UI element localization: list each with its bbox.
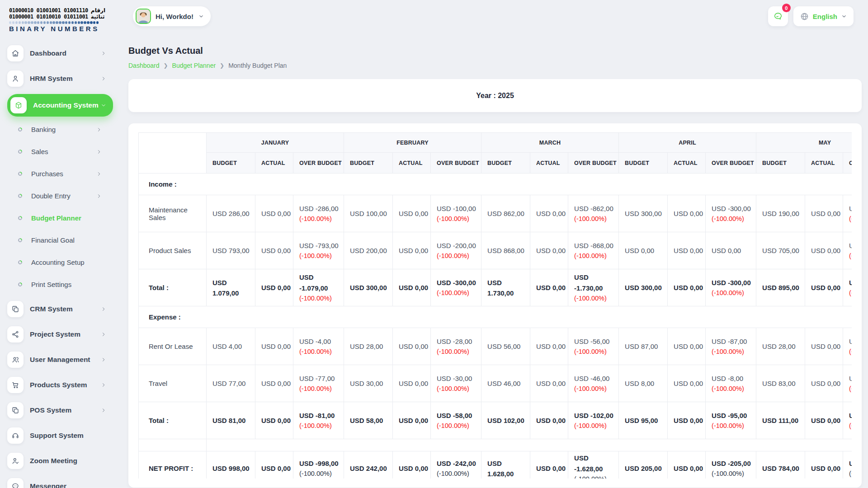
actual-cell: USD 0,00 xyxy=(530,269,568,306)
headset-icon xyxy=(7,427,24,444)
actual-cell: USD 0,00 xyxy=(668,402,706,439)
sub-header-february-actual: ACTUAL xyxy=(393,153,431,174)
cart-icon xyxy=(7,377,24,393)
brand-logo[interactable]: 01000010 01001001 01001110ارقام 01000001… xyxy=(9,7,113,33)
row-label: Maintenance Sales xyxy=(139,195,207,232)
sidebar-item-user-management[interactable]: User Management xyxy=(7,350,113,370)
budget-cell: USD 30,00 xyxy=(344,365,393,402)
sidebar-item-products-system[interactable]: Products System xyxy=(7,375,113,395)
sidebar-item-crm-system[interactable]: CRM System xyxy=(7,299,113,319)
budget-cell: USD 286,00 xyxy=(207,195,255,232)
sidebar-item-accounting-system[interactable]: Accounting System xyxy=(7,94,113,117)
chevron-right-icon xyxy=(100,50,107,56)
actual-cell: USD 0,00 xyxy=(668,451,706,479)
sidebar-item-label: Financial Goal xyxy=(31,236,113,244)
sidebar-item-project-system[interactable]: Project System xyxy=(7,324,113,344)
actual-cell: USD 0,00 xyxy=(530,232,568,269)
over-budget-percent: (-100.00%) xyxy=(849,251,852,261)
sub-header-march-actual: ACTUAL xyxy=(530,153,568,174)
over-budget-percent: (-100.00%) xyxy=(849,214,852,224)
over-budget-cell: USD -87,00(-100.00%) xyxy=(706,328,756,365)
topbar: Hi, Workdo! 0 English xyxy=(128,6,862,27)
language-label: English xyxy=(813,13,837,20)
chevron-right-icon xyxy=(100,357,107,363)
user-menu-button[interactable]: Hi, Workdo! xyxy=(133,6,211,26)
messages-button[interactable]: 0 xyxy=(768,6,788,26)
brand-binary-line2: 01000001 01010010 01011001ثنائية xyxy=(9,14,113,20)
copy-icon xyxy=(7,301,24,317)
month-header-march: MARCH xyxy=(481,133,619,153)
over-budget-cell: USD -1.079,00(-100.00%) xyxy=(293,269,344,306)
sidebar-item-print-settings[interactable]: Print Settings xyxy=(12,277,113,292)
sidebar-item-pos-system[interactable]: POS System xyxy=(7,400,113,420)
actual-cell: USD 0,00 xyxy=(393,195,431,232)
table-row-product-sales: Product SalesUSD 793,00USD 0,00USD -793,… xyxy=(139,232,852,269)
budget-cell: USD 58,00 xyxy=(344,402,393,439)
over-budget-percent: (-100.00%) xyxy=(299,214,344,224)
table-scroll-area[interactable]: JANUARYFEBRUARYMARCHAPRILMAYBUDGETACTUAL… xyxy=(138,132,852,479)
budget-cell: USD 1.730,00 xyxy=(481,269,530,306)
over-budget-cell: USD -56,00(-100.00%) xyxy=(568,328,619,365)
user-greeting: Hi, Workdo! xyxy=(156,13,193,20)
over-budget-percent: (-100.00%) xyxy=(574,421,618,431)
over-budget-percent: (-100.00%) xyxy=(712,288,756,298)
sidebar-item-budget-planner[interactable]: Budget Planner xyxy=(12,211,113,226)
row-label: NET PROFIT : xyxy=(139,451,207,479)
over-budget-cell: USD -95,00(-100.00%) xyxy=(706,402,756,439)
chevron-right-icon xyxy=(100,306,107,312)
chevron-down-icon xyxy=(100,102,107,108)
budget-cell: USD 862,00 xyxy=(481,195,530,232)
sidebar-item-label: Budget Planner xyxy=(31,214,113,222)
actual-cell: USD 0,00 xyxy=(530,195,568,232)
budget-cell: USD 998,00 xyxy=(207,451,255,479)
breadcrumb-item-dashboard[interactable]: Dashboard xyxy=(128,62,160,69)
sidebar-item-zoom-meeting[interactable]: Zoom Meeting xyxy=(7,451,113,471)
month-header-april: APRIL xyxy=(619,133,756,153)
chat-bubble-icon xyxy=(773,11,783,21)
budget-cell: USD 95,00 xyxy=(619,402,668,439)
sidebar-item-hrm-system[interactable]: HRM System xyxy=(7,69,113,89)
sidebar-item-label: Double Entry xyxy=(31,192,96,200)
sub-header-may-over-budget: OVER BUDGET xyxy=(843,153,852,174)
sidebar-item-support-system[interactable]: Support System xyxy=(7,426,113,446)
over-budget-percent: (-100.00%) xyxy=(437,347,481,357)
over-budget-cell: USD -784,00(-100.00%) xyxy=(843,451,852,479)
sidebar-item-messenger[interactable]: Messenger xyxy=(7,476,113,488)
sub-header-february-over-budget: OVER BUDGET xyxy=(431,153,481,174)
row-label: Total : xyxy=(139,269,207,306)
sub-header-march-over-budget: OVER BUDGET xyxy=(568,153,619,174)
over-budget-percent: (-100.00%) xyxy=(712,214,756,224)
breadcrumb-item-budget-planner[interactable]: Budget Planner xyxy=(172,62,216,69)
section-row-income: Income : xyxy=(139,174,852,195)
over-budget-cell: USD -100,00(-100.00%) xyxy=(431,195,481,232)
year-label: Year : 2025 xyxy=(476,92,514,100)
sidebar-item-accounting-setup[interactable]: Accounting Setup xyxy=(12,255,113,270)
budget-cell: USD 300,00 xyxy=(619,195,668,232)
actual-cell: USD 0,00 xyxy=(805,365,843,402)
actual-cell: USD 0,00 xyxy=(805,195,843,232)
budget-cell: USD 0,00 xyxy=(619,232,668,269)
sidebar-item-sales[interactable]: Sales xyxy=(12,144,113,160)
chevron-right-icon xyxy=(100,75,107,82)
actual-cell: USD 0,00 xyxy=(530,451,568,479)
over-budget-cell: USD -286,00(-100.00%) xyxy=(293,195,344,232)
actual-cell: USD 0,00 xyxy=(255,328,293,365)
budget-cell: USD 705,00 xyxy=(756,232,805,269)
over-budget-cell: USD -300,00(-100.00%) xyxy=(706,195,756,232)
sidebar-item-dashboard[interactable]: Dashboard xyxy=(7,43,113,63)
sidebar-item-purchases[interactable]: Purchases xyxy=(12,166,113,182)
globe-icon xyxy=(800,12,809,21)
over-budget-cell: USD -4,00(-100.00%) xyxy=(293,328,344,365)
budget-cell: USD 111,00 xyxy=(756,402,805,439)
sidebar-item-label: Banking xyxy=(31,126,96,133)
over-budget-percent: (-100.00%) xyxy=(437,288,481,298)
actual-cell: USD 0,00 xyxy=(805,232,843,269)
sidebar-item-banking[interactable]: Banking xyxy=(12,122,113,137)
language-selector[interactable]: English xyxy=(793,6,854,26)
budget-cell: USD 300,00 xyxy=(344,269,393,306)
actual-cell: USD 0,00 xyxy=(668,195,706,232)
sidebar-item-double-entry[interactable]: Double Entry xyxy=(12,188,113,204)
over-budget-percent: (-100.00%) xyxy=(712,384,756,394)
brand-binary-line1: 01000010 01001001 01001110ارقام xyxy=(9,7,113,14)
sidebar-item-financial-goal[interactable]: Financial Goal xyxy=(12,233,113,248)
